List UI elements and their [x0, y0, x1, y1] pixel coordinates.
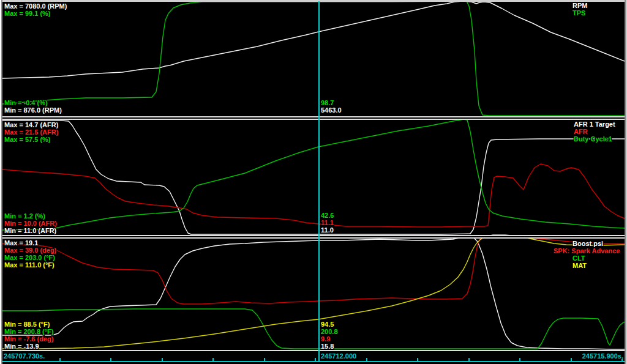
legend-item[interactable]: MAT [573, 262, 620, 269]
window-border-left [0, 0, 2, 364]
panel-splitter-1[interactable] [2, 116, 625, 120]
panel3-max-stats: Max = 19.1Max = 39.0 (deg)Max = 203.0 (°… [4, 239, 56, 269]
max-stat-label: Max = 39.0 (deg) [4, 247, 56, 254]
min-stat-label: Min = 88.5 (°F) [4, 321, 54, 328]
min-stat-label: Min = -13.9 [4, 343, 54, 350]
panel1-cursor-values: 98.75463.0 [321, 99, 342, 114]
panel3-legend: Boost psiSPK: Spark AdvanceCLTMAT [573, 240, 620, 269]
time-cursor-line[interactable] [318, 1, 320, 362]
cursor-value-label: 42.6 [321, 212, 334, 219]
time-axis-end-label: 245715.900s. [582, 352, 623, 360]
legend-item[interactable]: SPK: Spark Advance [554, 247, 620, 254]
max-stat-label: Max = 7080.0 (RPM) [4, 2, 67, 10]
cursor-value-label: 200.8 [321, 328, 338, 335]
legend-item[interactable]: TPS [573, 9, 587, 17]
min-stat-label: Min = 10.0 (AFR) [4, 220, 57, 227]
min-stat-label: Min = -7.6 (deg) [4, 335, 54, 343]
min-stat-label: Min = 200.8 (°F) [4, 328, 54, 335]
min-stat-label: Min = 876.0 (RPM) [4, 106, 62, 114]
max-stat-label: Max = 21.5 (AFR) [4, 128, 58, 136]
cursor-value-label: 11.0 [321, 226, 334, 234]
max-stat-label: Max = 19.1 [4, 239, 56, 247]
legend-item[interactable]: AFR 1 Target [574, 121, 615, 128]
log-viewer-graph-window: Max = 7080.0 (RPM)Max = 99.1 (%) Min = -… [0, 0, 627, 364]
max-stat-label: Max = 14.7 (AFR) [4, 121, 58, 128]
max-stat-label: Max = 111.0 (°F) [4, 261, 56, 269]
legend-item[interactable]: CLT [573, 254, 620, 262]
max-stat-label: Max = 57.5 (%) [4, 136, 58, 143]
legend-item[interactable]: AFR [574, 128, 615, 135]
panel2-max-stats: Max = 14.7 (AFR)Max = 21.5 (AFR)Max = 57… [4, 121, 58, 143]
min-stat-label: Min = -0.4 (%) [4, 99, 62, 106]
panel2-min-stats: Min = 1.2 (%)Min = 10.0 (AFR)Min = 11.0 … [4, 212, 57, 234]
cursor-value-label: 11.1 [321, 219, 334, 226]
max-stat-label: Max = 99.1 (%) [4, 10, 67, 17]
graph-panel-rpm-tps[interactable] [2, 2, 625, 116]
panel1-max-stats: Max = 7080.0 (RPM)Max = 99.1 (%) [4, 2, 67, 17]
legend-item[interactable]: Boost psi [573, 240, 620, 247]
panel2-legend: AFR 1 TargetAFRDuty Cycle1 [574, 121, 615, 143]
panel1-min-stats: Min = -0.4 (%)Min = 876.0 (RPM) [4, 99, 62, 114]
window-border-top [0, 0, 627, 2]
cursor-value-label: 9.9 [321, 335, 338, 343]
window-border-right [625, 0, 627, 364]
panel-splitter-2[interactable] [2, 235, 625, 239]
max-stat-label: Max = 203.0 (°F) [4, 254, 56, 261]
min-stat-label: Min = 1.2 (%) [4, 212, 57, 220]
time-axis-cursor-label: 245712.000 [321, 352, 356, 360]
panel1-legend: RPMTPS [573, 2, 587, 17]
panel3-min-stats: Min = 88.5 (°F)Min = 200.8 (°F)Min = -7.… [4, 321, 54, 350]
cursor-value-label: 94.5 [321, 321, 338, 328]
panel3-cursor-values: 94.5200.89.915.8 [321, 321, 338, 350]
time-axis-start-label: 245707.730s. [4, 352, 45, 360]
min-stat-label: Min = 11.0 (AFR) [4, 227, 57, 234]
legend-item[interactable]: Duty Cycle1 [574, 135, 615, 143]
cursor-value-label: 15.8 [321, 343, 338, 350]
cursor-value-label: 5463.0 [321, 106, 342, 114]
graph-panel-boost-spark-temps[interactable] [2, 239, 625, 350]
panel2-cursor-values: 42.611.111.0 [321, 212, 334, 234]
legend-item[interactable]: RPM [573, 2, 587, 9]
graph-panel-afr[interactable] [2, 120, 625, 235]
cursor-value-label: 98.7 [321, 99, 342, 106]
panel-splitter-3 [2, 350, 625, 351]
